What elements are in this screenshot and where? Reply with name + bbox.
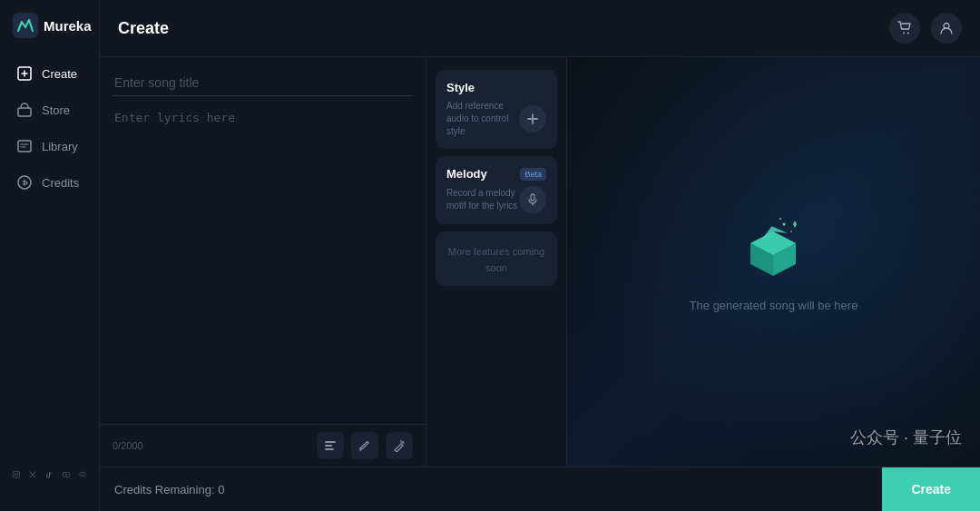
char-count: 0/2000 <box>113 440 143 451</box>
x-icon[interactable] <box>29 467 36 482</box>
create-button[interactable]: Create <box>882 467 980 511</box>
melody-card-body: Record a melody motif for the lyrics <box>446 186 546 213</box>
melody-card-header: Melody Beta <box>446 167 546 181</box>
svg-point-11 <box>17 473 18 474</box>
credits-remaining: Credits Remaining: 0 <box>100 483 882 496</box>
melody-card-desc: Record a melody motif for the lyrics <box>446 187 519 212</box>
instagram-icon[interactable] <box>13 467 20 482</box>
empty-state: The generated song will be here <box>690 211 858 312</box>
mureka-logo-icon <box>13 13 38 38</box>
pencil-icon <box>358 439 371 452</box>
editor-footer: 0/2000 <box>100 424 426 467</box>
logo-text: Mureka <box>44 18 92 34</box>
svg-point-32 <box>790 231 792 232</box>
svg-point-17 <box>907 33 909 34</box>
youtube-icon[interactable] <box>63 467 70 482</box>
melody-card-title: Melody <box>446 167 487 181</box>
store-label: Store <box>42 103 70 117</box>
sidebar-item-library[interactable]: Library <box>0 129 99 163</box>
svg-rect-24 <box>531 194 534 201</box>
profile-icon <box>939 21 954 35</box>
style-card-body: Add reference audio to control style <box>446 100 546 138</box>
empty-box-illustration <box>737 211 809 284</box>
credits-label: Credits <box>42 176 79 190</box>
create-label: Create <box>42 67 77 81</box>
magic-tool-button[interactable] <box>386 432 413 459</box>
watermark: 公众号 · 量子位 <box>850 427 962 448</box>
sidebar: Mureka Create Store Library <box>0 0 100 511</box>
svg-rect-4 <box>18 108 31 116</box>
cart-icon <box>897 21 912 35</box>
empty-state-text: The generated song will be here <box>690 299 858 312</box>
discord-icon[interactable] <box>79 467 86 482</box>
create-icon <box>16 65 33 82</box>
melody-card[interactable]: Melody Beta Record a melody motif for th… <box>436 156 557 224</box>
editor-area <box>100 57 426 424</box>
library-icon <box>16 138 33 154</box>
page-title: Create <box>118 19 169 38</box>
edit-tool-button[interactable] <box>351 432 378 459</box>
svg-rect-9 <box>14 471 20 477</box>
store-icon <box>16 102 33 118</box>
svg-point-10 <box>15 473 18 476</box>
svg-point-33 <box>779 218 781 220</box>
content-area: 0/2000 <box>100 57 980 467</box>
song-title-input[interactable] <box>113 70 413 96</box>
svg-rect-19 <box>325 441 336 443</box>
style-card[interactable]: Style Add reference audio to control sty… <box>436 70 557 149</box>
left-panel: 0/2000 <box>100 57 426 467</box>
more-features-card: More features coming soon <box>436 231 557 286</box>
lyrics-input[interactable] <box>113 105 413 411</box>
style-card-desc: Add reference audio to control style <box>446 100 519 138</box>
svg-point-31 <box>783 223 786 226</box>
plus-icon <box>526 113 539 125</box>
logo: Mureka <box>0 13 104 56</box>
style-add-button[interactable] <box>519 105 546 133</box>
cart-button[interactable] <box>889 13 920 44</box>
more-features-text: More features coming soon <box>448 246 544 273</box>
library-label: Library <box>42 140 78 153</box>
profile-button[interactable] <box>931 13 962 44</box>
svg-point-15 <box>83 474 83 475</box>
style-card-header: Style <box>446 81 546 94</box>
text-format-icon <box>324 439 337 452</box>
header-actions <box>889 13 962 44</box>
nav-items: Create Store Library Credits <box>0 56 99 200</box>
svg-point-14 <box>81 474 82 475</box>
sidebar-item-create[interactable]: Create <box>0 56 99 91</box>
melody-mic-button[interactable] <box>519 186 546 213</box>
svg-rect-5 <box>18 141 31 152</box>
bottom-bar: Credits Remaining: 0 Create <box>100 467 980 511</box>
right-cards-panel: Style Add reference audio to control sty… <box>426 57 567 467</box>
melody-badge: Beta <box>520 168 546 181</box>
svg-rect-20 <box>325 445 332 447</box>
credits-icon <box>16 174 33 191</box>
social-icons <box>0 460 99 489</box>
sidebar-item-store[interactable]: Store <box>0 93 99 127</box>
svg-marker-13 <box>65 474 67 477</box>
right-main-area: The generated song will be here 公众号 · 量子… <box>567 57 980 467</box>
editor-tools <box>317 432 413 459</box>
format-tool-button[interactable] <box>317 432 344 459</box>
main-content: Create <box>100 0 980 511</box>
tiktok-icon[interactable] <box>45 467 53 482</box>
svg-rect-21 <box>325 448 334 450</box>
svg-point-16 <box>903 33 905 34</box>
style-card-title: Style <box>446 81 475 94</box>
mic-icon <box>526 193 539 206</box>
sidebar-bottom <box>0 451 99 498</box>
header: Create <box>100 0 980 57</box>
watermark-text: 公众号 · 量子位 <box>850 428 962 447</box>
sidebar-item-credits[interactable]: Credits <box>0 165 99 200</box>
magic-wand-icon <box>393 439 406 452</box>
